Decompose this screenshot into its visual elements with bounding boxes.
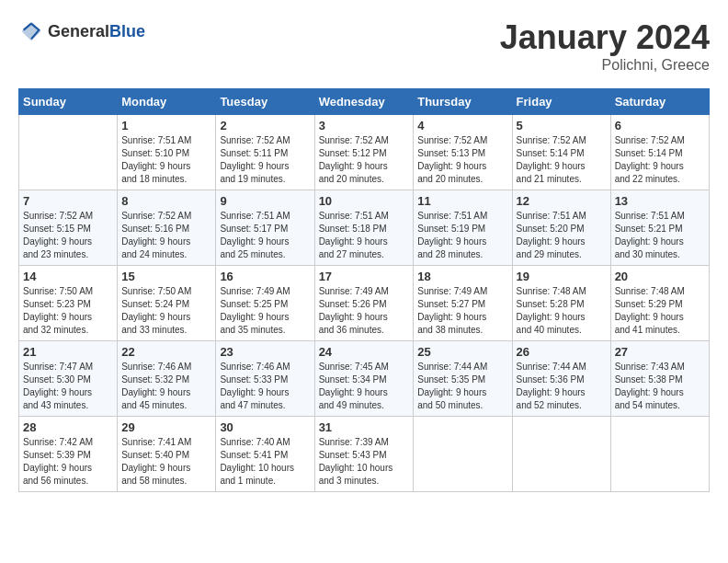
day-cell: 22Sunrise: 7:46 AMSunset: 5:32 PMDayligh… <box>118 341 216 417</box>
day-number: 24 <box>319 345 410 359</box>
day-info: Sunrise: 7:47 AMSunset: 5:30 PMDaylight:… <box>23 361 113 412</box>
day-cell <box>610 417 709 492</box>
day-number: 14 <box>23 270 113 283</box>
day-number: 23 <box>220 345 310 359</box>
day-number: 13 <box>615 194 705 208</box>
day-info: Sunrise: 7:46 AMSunset: 5:32 PMDaylight:… <box>121 361 211 412</box>
day-cell: 14Sunrise: 7:50 AMSunset: 5:23 PMDayligh… <box>19 266 118 341</box>
day-cell: 7Sunrise: 7:52 AMSunset: 5:15 PMDaylight… <box>19 190 118 266</box>
col-header-sunday: Sunday <box>19 89 118 115</box>
day-info: Sunrise: 7:45 AMSunset: 5:34 PMDaylight:… <box>319 361 410 412</box>
day-cell: 30Sunrise: 7:40 AMSunset: 5:41 PMDayligh… <box>216 417 314 492</box>
day-cell: 16Sunrise: 7:49 AMSunset: 5:25 PMDayligh… <box>216 266 314 341</box>
day-cell: 15Sunrise: 7:50 AMSunset: 5:24 PMDayligh… <box>118 266 216 341</box>
col-header-monday: Monday <box>118 89 216 115</box>
week-row-4: 21Sunrise: 7:47 AMSunset: 5:30 PMDayligh… <box>19 341 710 417</box>
day-info: Sunrise: 7:51 AMSunset: 5:18 PMDaylight:… <box>319 210 410 261</box>
day-number: 16 <box>220 270 310 283</box>
day-info: Sunrise: 7:49 AMSunset: 5:25 PMDaylight:… <box>220 285 310 337</box>
day-info: Sunrise: 7:52 AMSunset: 5:13 PMDaylight:… <box>417 134 507 186</box>
day-info: Sunrise: 7:51 AMSunset: 5:20 PMDaylight:… <box>517 210 607 261</box>
day-cell: 27Sunrise: 7:43 AMSunset: 5:38 PMDayligh… <box>610 341 709 417</box>
col-header-thursday: Thursday <box>414 89 512 115</box>
day-info: Sunrise: 7:46 AMSunset: 5:33 PMDaylight:… <box>220 361 310 412</box>
day-cell: 13Sunrise: 7:51 AMSunset: 5:21 PMDayligh… <box>610 190 709 266</box>
day-info: Sunrise: 7:43 AMSunset: 5:38 PMDaylight:… <box>615 361 705 412</box>
day-number: 19 <box>517 270 607 283</box>
page-header: GeneralBlue January 2024 Polichni, Greec… <box>18 18 710 74</box>
calendar-table: SundayMondayTuesdayWednesdayThursdayFrid… <box>18 88 710 492</box>
calendar-subtitle: Polichni, Greece <box>500 57 710 74</box>
day-cell: 29Sunrise: 7:41 AMSunset: 5:40 PMDayligh… <box>118 417 216 492</box>
logo-icon <box>18 18 44 44</box>
day-info: Sunrise: 7:39 AMSunset: 5:43 PMDaylight:… <box>319 436 410 488</box>
logo: GeneralBlue <box>18 18 145 44</box>
day-info: Sunrise: 7:49 AMSunset: 5:27 PMDaylight:… <box>417 285 507 337</box>
day-cell: 25Sunrise: 7:44 AMSunset: 5:35 PMDayligh… <box>414 341 512 417</box>
day-info: Sunrise: 7:44 AMSunset: 5:35 PMDaylight:… <box>417 361 507 412</box>
day-info: Sunrise: 7:40 AMSunset: 5:41 PMDaylight:… <box>220 436 310 488</box>
day-cell: 3Sunrise: 7:52 AMSunset: 5:12 PMDaylight… <box>314 115 414 190</box>
day-info: Sunrise: 7:50 AMSunset: 5:24 PMDaylight:… <box>121 285 211 337</box>
header-row: SundayMondayTuesdayWednesdayThursdayFrid… <box>19 89 710 115</box>
day-cell: 23Sunrise: 7:46 AMSunset: 5:33 PMDayligh… <box>216 341 314 417</box>
day-cell: 11Sunrise: 7:51 AMSunset: 5:19 PMDayligh… <box>414 190 512 266</box>
day-number: 10 <box>319 194 410 208</box>
day-cell: 6Sunrise: 7:52 AMSunset: 5:14 PMDaylight… <box>610 115 709 190</box>
day-info: Sunrise: 7:49 AMSunset: 5:26 PMDaylight:… <box>319 285 410 337</box>
day-cell: 18Sunrise: 7:49 AMSunset: 5:27 PMDayligh… <box>414 266 512 341</box>
day-cell: 12Sunrise: 7:51 AMSunset: 5:20 PMDayligh… <box>512 190 610 266</box>
col-header-tuesday: Tuesday <box>216 89 314 115</box>
day-cell: 31Sunrise: 7:39 AMSunset: 5:43 PMDayligh… <box>314 417 414 492</box>
title-block: January 2024 Polichni, Greece <box>500 18 710 74</box>
day-number: 18 <box>417 270 507 283</box>
week-row-3: 14Sunrise: 7:50 AMSunset: 5:23 PMDayligh… <box>19 266 710 341</box>
day-info: Sunrise: 7:52 AMSunset: 5:15 PMDaylight:… <box>23 210 113 261</box>
day-info: Sunrise: 7:41 AMSunset: 5:40 PMDaylight:… <box>121 436 211 488</box>
day-cell: 8Sunrise: 7:52 AMSunset: 5:16 PMDaylight… <box>118 190 216 266</box>
col-header-wednesday: Wednesday <box>314 89 414 115</box>
day-info: Sunrise: 7:42 AMSunset: 5:39 PMDaylight:… <box>23 436 113 488</box>
day-number: 6 <box>615 119 705 132</box>
day-number: 1 <box>121 119 211 132</box>
day-cell: 1Sunrise: 7:51 AMSunset: 5:10 PMDaylight… <box>118 115 216 190</box>
day-info: Sunrise: 7:51 AMSunset: 5:21 PMDaylight:… <box>615 210 705 261</box>
day-number: 15 <box>121 270 211 283</box>
day-cell <box>512 417 610 492</box>
day-number: 11 <box>417 194 507 208</box>
day-cell: 21Sunrise: 7:47 AMSunset: 5:30 PMDayligh… <box>19 341 118 417</box>
day-number: 31 <box>319 420 410 434</box>
day-info: Sunrise: 7:48 AMSunset: 5:29 PMDaylight:… <box>615 285 705 337</box>
day-cell: 28Sunrise: 7:42 AMSunset: 5:39 PMDayligh… <box>19 417 118 492</box>
day-info: Sunrise: 7:44 AMSunset: 5:36 PMDaylight:… <box>517 361 607 412</box>
day-number: 9 <box>220 194 310 208</box>
day-number: 26 <box>517 345 607 359</box>
day-number: 30 <box>220 420 310 434</box>
day-number: 29 <box>121 420 211 434</box>
day-number: 8 <box>121 194 211 208</box>
logo-text: GeneralBlue <box>48 22 145 41</box>
col-header-saturday: Saturday <box>610 89 709 115</box>
day-number: 21 <box>23 345 113 359</box>
day-number: 20 <box>615 270 705 283</box>
day-cell: 17Sunrise: 7:49 AMSunset: 5:26 PMDayligh… <box>314 266 414 341</box>
day-number: 7 <box>23 194 113 208</box>
day-info: Sunrise: 7:52 AMSunset: 5:16 PMDaylight:… <box>121 210 211 261</box>
day-cell: 19Sunrise: 7:48 AMSunset: 5:28 PMDayligh… <box>512 266 610 341</box>
day-cell: 2Sunrise: 7:52 AMSunset: 5:11 PMDaylight… <box>216 115 314 190</box>
week-row-1: 1Sunrise: 7:51 AMSunset: 5:10 PMDaylight… <box>19 115 710 190</box>
day-number: 4 <box>417 119 507 132</box>
day-cell: 20Sunrise: 7:48 AMSunset: 5:29 PMDayligh… <box>610 266 709 341</box>
week-row-2: 7Sunrise: 7:52 AMSunset: 5:15 PMDaylight… <box>19 190 710 266</box>
calendar-title: January 2024 <box>500 18 710 57</box>
day-number: 5 <box>517 119 607 132</box>
day-number: 17 <box>319 270 410 283</box>
day-cell: 4Sunrise: 7:52 AMSunset: 5:13 PMDaylight… <box>414 115 512 190</box>
logo-general: General <box>48 22 109 40</box>
day-cell <box>414 417 512 492</box>
day-cell: 9Sunrise: 7:51 AMSunset: 5:17 PMDaylight… <box>216 190 314 266</box>
day-cell <box>19 115 118 190</box>
day-number: 27 <box>615 345 705 359</box>
day-info: Sunrise: 7:52 AMSunset: 5:11 PMDaylight:… <box>220 134 310 186</box>
day-cell: 5Sunrise: 7:52 AMSunset: 5:14 PMDaylight… <box>512 115 610 190</box>
